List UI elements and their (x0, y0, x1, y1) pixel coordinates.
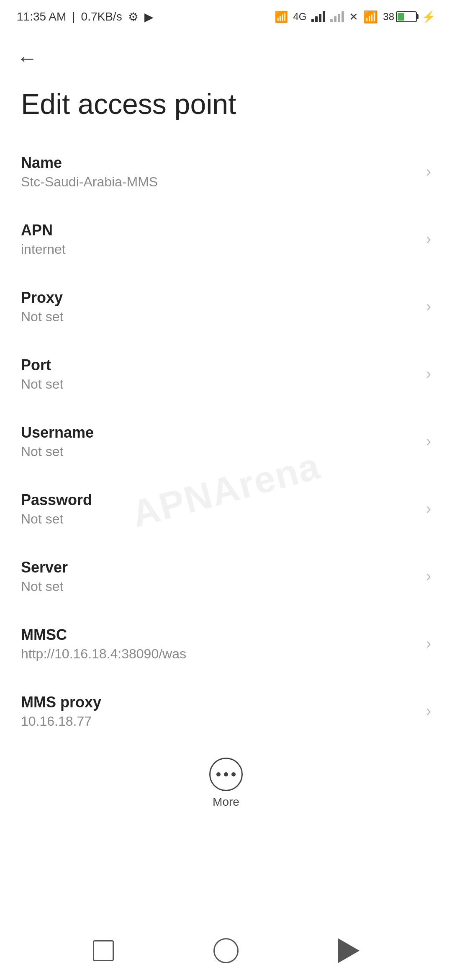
settings-item-name[interactable]: Name Stc-Saudi-Arabia-MMS › (0, 138, 452, 206)
back-icon (338, 938, 360, 963)
settings-item-password-content: Password Not set (21, 491, 418, 527)
chevron-right-icon: › (426, 567, 431, 585)
back-arrow-icon[interactable]: ← (17, 46, 38, 70)
chevron-right-icon: › (426, 500, 431, 518)
settings-item-password-label: Password (21, 491, 418, 509)
more-dots-icon (216, 772, 236, 776)
settings-item-name-value: Stc-Saudi-Arabia-MMS (21, 174, 418, 190)
more-section: More (0, 745, 452, 817)
settings-item-proxy-label: Proxy (21, 289, 418, 307)
settings-item-mmsc-value: http://10.16.18.4:38090/was (21, 646, 418, 662)
video-icon: ▶ (144, 10, 154, 24)
settings-item-password-value: Not set (21, 511, 418, 527)
status-bar: 11:35 AM | 0.7KB/s ⚙ ▶ 📶 4G ✕ 📶 38 ⚡ (0, 0, 452, 34)
settings-item-apn-content: APN internet (21, 222, 418, 257)
settings-item-port-content: Port Not set (21, 356, 418, 392)
more-dot-3 (231, 772, 236, 776)
settings-item-apn-value: internet (21, 242, 418, 257)
settings-item-mmsc[interactable]: MMSC http://10.16.18.4:38090/was › (0, 610, 452, 678)
settings-list: Name Stc-Saudi-Arabia-MMS › APN internet… (0, 138, 452, 745)
settings-item-name-content: Name Stc-Saudi-Arabia-MMS (21, 154, 418, 190)
chevron-right-icon: › (426, 635, 431, 652)
signal-4g-icon: 4G (293, 11, 306, 23)
nav-recents-button[interactable] (87, 934, 120, 967)
more-label: More (213, 795, 239, 809)
settings-item-port-label: Port (21, 356, 418, 374)
charging-icon: ⚡ (422, 10, 435, 23)
settings-item-proxy-value: Not set (21, 309, 418, 325)
page-title: Edit access point (0, 75, 452, 138)
settings-item-password[interactable]: Password Not set › (0, 475, 452, 543)
more-button[interactable]: More (209, 758, 243, 809)
nav-home-button[interactable] (209, 934, 243, 967)
settings-item-mms-proxy[interactable]: MMS proxy 10.16.18.77 › (0, 678, 452, 745)
settings-item-apn-label: APN (21, 222, 418, 239)
settings-item-mms-proxy-content: MMS proxy 10.16.18.77 (21, 694, 418, 729)
settings-item-server-label: Server (21, 559, 418, 576)
chevron-right-icon: › (426, 433, 431, 450)
speed-value: 0.7KB/s (81, 10, 122, 23)
settings-item-proxy-content: Proxy Not set (21, 289, 418, 325)
nav-back-button[interactable] (332, 934, 365, 967)
settings-item-mmsc-content: MMSC http://10.16.18.4:38090/was (21, 626, 418, 662)
signal-bars-2 (330, 11, 344, 22)
settings-item-mmsc-label: MMSC (21, 626, 418, 644)
status-right: 📶 4G ✕ 📶 38 ⚡ (275, 10, 435, 24)
no-signal-icon: ✕ (349, 10, 358, 23)
settings-item-username[interactable]: Username Not set › (0, 408, 452, 475)
settings-item-port-value: Not set (21, 377, 418, 392)
settings-item-mms-proxy-label: MMS proxy (21, 694, 418, 711)
settings-item-server-content: Server Not set (21, 559, 418, 594)
more-dot-1 (216, 772, 221, 776)
battery-indicator: 38 (383, 11, 417, 23)
chevron-right-icon: › (426, 163, 431, 181)
chevron-right-icon: › (426, 298, 431, 315)
chevron-right-icon: › (426, 230, 431, 248)
recents-icon (93, 940, 114, 961)
home-icon (213, 938, 239, 963)
more-circle-icon (209, 758, 243, 791)
settings-item-mms-proxy-value: 10.16.18.77 (21, 714, 418, 729)
settings-item-username-value: Not set (21, 444, 418, 459)
settings-item-port[interactable]: Port Not set › (0, 340, 452, 408)
settings-item-proxy[interactable]: Proxy Not set › (0, 273, 452, 340)
settings-item-name-label: Name (21, 154, 418, 172)
settings-item-username-label: Username (21, 424, 418, 441)
signal-bars-1 (311, 11, 325, 22)
speed-display: | (72, 10, 75, 23)
settings-item-server[interactable]: Server Not set › (0, 543, 452, 610)
settings-item-apn[interactable]: APN internet › (0, 206, 452, 273)
wifi-icon: 📶 (363, 10, 378, 24)
settings-item-username-content: Username Not set (21, 424, 418, 459)
chevron-right-icon: › (426, 365, 431, 383)
status-left: 11:35 AM | 0.7KB/s ⚙ ▶ (17, 10, 154, 24)
battery-percent: 38 (383, 11, 394, 23)
bluetooth-icon: 📶 (275, 10, 288, 23)
settings-icon: ⚙ (128, 10, 139, 24)
settings-item-server-value: Not set (21, 579, 418, 594)
navigation-bar (0, 921, 452, 980)
more-dot-2 (224, 772, 228, 776)
back-button-area[interactable]: ← (0, 34, 452, 75)
time-display: 11:35 AM (17, 10, 66, 23)
chevron-right-icon: › (426, 702, 431, 720)
